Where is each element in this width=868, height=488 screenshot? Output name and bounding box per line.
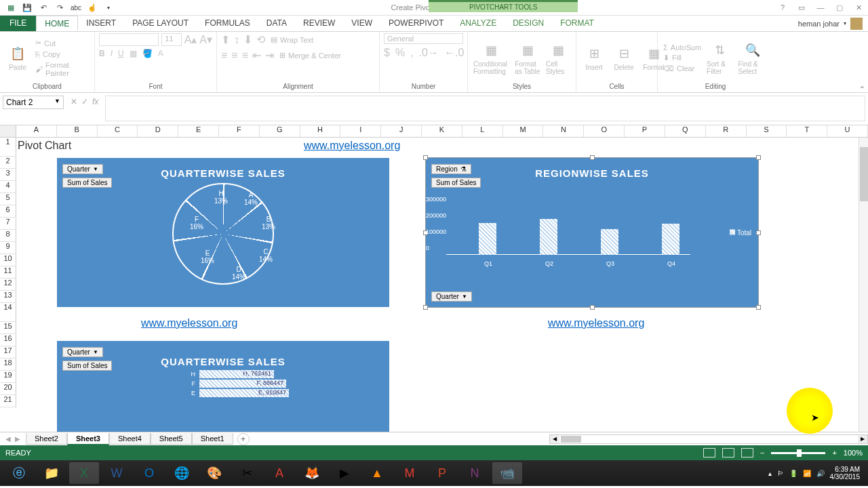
align-left-icon[interactable]: ≡ [221,49,227,62]
row-header[interactable]: 9 [0,242,16,254]
col-header[interactable]: B [57,125,98,137]
zoom-level[interactable]: 100% [844,449,863,457]
qat-customize-icon[interactable]: ▾ [103,2,114,13]
m-app-icon[interactable]: M [395,462,425,484]
autosum-button[interactable]: Σ AutoSum [662,43,703,52]
col-header[interactable]: F [219,125,260,137]
increase-indent-icon[interactable]: ⇥ [265,49,274,62]
sheet-nav-prev-icon[interactable]: ◀ [5,435,11,443]
media-player-icon[interactable]: ▶ [330,462,359,484]
quarter-axis-button[interactable]: Quarter▼ [431,291,472,302]
recorder-icon[interactable]: 📹 [492,462,522,484]
normal-view-icon[interactable] [703,448,715,458]
copy-button[interactable]: ⎘ Copy [34,49,90,59]
row-header[interactable]: 14 [0,303,16,322]
col-header[interactable]: H [300,125,341,137]
link-myelesson-3[interactable]: www.myelesson.org [548,317,644,329]
font-name-combo[interactable] [99,33,159,46]
accounting-format-icon[interactable]: $ [384,47,390,59]
outlook-taskbar-icon[interactable]: O [134,462,164,484]
select-all-corner[interactable] [0,125,16,137]
col-header[interactable]: J [381,125,422,137]
conditional-formatting-button[interactable]: ▦Conditional Formatting [472,40,511,77]
row-header[interactable]: 7 [0,218,16,230]
pivot-chart-quarterwise-pie[interactable]: Quarter▼ Sum of Sales QUARTERWISE SALES … [57,158,389,307]
chrome-icon[interactable]: 🌐 [167,462,197,484]
user-avatar[interactable] [850,18,863,30]
insert-cells-button[interactable]: ⊞Insert [580,43,608,73]
ribbon-options-icon[interactable]: ▭ [795,2,808,13]
align-top-icon[interactable]: ⬆ [221,33,230,46]
col-header[interactable]: K [422,125,462,137]
maximize-icon[interactable]: ▢ [833,2,846,13]
sheet-tab[interactable]: Sheet4 [109,433,151,445]
row-header[interactable]: 16 [0,334,16,346]
file-explorer-icon[interactable]: 📁 [37,462,66,484]
quarter-filter-button[interactable]: Quarter▼ [62,164,103,174]
zoom-in-icon[interactable]: + [832,449,836,457]
vlc-icon[interactable]: ▲ [362,462,392,484]
quarter-filter-button-3[interactable]: Quarter▼ [62,347,103,357]
row-header[interactable]: 3 [0,169,16,181]
col-header[interactable]: Q [665,125,706,137]
new-sheet-button[interactable]: + [237,433,250,445]
minimize-icon[interactable]: — [814,2,827,13]
italic-button[interactable]: I [111,49,113,58]
col-header[interactable]: P [625,125,665,137]
undo-icon[interactable]: ↶ [38,2,49,13]
powerpoint-icon[interactable]: P [427,462,457,484]
row-header[interactable]: 8 [0,230,16,242]
col-header[interactable]: U [827,125,868,137]
adobe-reader-icon[interactable]: A [264,462,294,484]
word-taskbar-icon[interactable]: W [102,462,132,484]
link-myelesson-2[interactable]: www.myelesson.org [141,317,237,329]
shrink-font-icon[interactable]: A▾ [199,33,212,46]
zoom-out-icon[interactable]: − [760,449,764,457]
firefox-icon[interactable]: 🦊 [297,462,327,484]
sheet-nav-next-icon[interactable]: ▶ [15,435,20,443]
save-icon[interactable]: 💾 [22,2,33,13]
border-button[interactable]: ▦ [130,49,137,58]
zoom-slider[interactable] [771,452,825,454]
font-size-combo[interactable]: 11 [161,33,182,46]
row-header[interactable]: 15 [0,322,16,334]
tab-page-layout[interactable]: PAGE LAYOUT [124,16,197,31]
find-select-button[interactable]: 🔍Find & Select [737,40,769,77]
fx-icon[interactable]: fx [92,97,98,106]
merge-center-button[interactable]: ⊞ Merge & Center [278,50,342,60]
row-header[interactable]: 2 [0,157,16,169]
show-hidden-icons[interactable]: ▴ [768,470,772,477]
cancel-formula-icon[interactable]: ✕ [71,97,77,106]
sort-filter-button[interactable]: ⇅Sort & Filter [705,40,734,77]
row-header[interactable]: 4 [0,181,16,193]
close-icon[interactable]: ✕ [852,2,865,13]
sheet-tab[interactable]: Sheet5 [151,433,192,445]
percent-format-icon[interactable]: % [395,47,405,59]
sheet-tab[interactable]: Sheet3 [67,433,109,445]
worksheet-grid[interactable]: A B C D E F G H I J K L M N O P Q R S T … [0,125,868,432]
tab-home[interactable]: HOME [36,16,78,31]
cell-a1[interactable]: Pivot Chart [18,140,71,152]
comma-format-icon[interactable]: , [410,47,413,59]
tab-formulas[interactable]: FORMULAS [197,16,258,31]
wrap-text-button[interactable]: ▤ Wrap Text [269,35,315,45]
col-header[interactable]: I [340,125,381,137]
network-icon[interactable]: 📶 [803,470,811,477]
grow-font-icon[interactable]: A▴ [184,33,197,46]
decrease-decimal-icon[interactable]: ←.0 [444,47,464,59]
align-bottom-icon[interactable]: ⬇ [243,33,252,46]
page-break-view-icon[interactable] [741,448,753,458]
tab-analyze[interactable]: ANALYZE [452,16,505,31]
enter-formula-icon[interactable]: ✓ [81,97,88,106]
pivot-chart-quarterwise-hbar[interactable]: Quarter▼ Sum of Sales QUARTERWISE SALES … [57,341,389,432]
align-middle-icon[interactable]: ↕ [234,34,239,46]
action-center-icon[interactable]: 🏳 [777,470,784,477]
row-header[interactable]: 10 [0,254,16,266]
row-header[interactable]: 20 [0,383,16,395]
formula-input[interactable] [105,96,865,121]
row-header[interactable]: 12 [0,279,16,291]
tab-insert[interactable]: INSERT [78,16,124,31]
row-header[interactable]: 13 [0,291,16,303]
number-format-combo[interactable]: General [384,33,463,44]
touch-mode-icon[interactable]: ☝ [87,2,98,13]
